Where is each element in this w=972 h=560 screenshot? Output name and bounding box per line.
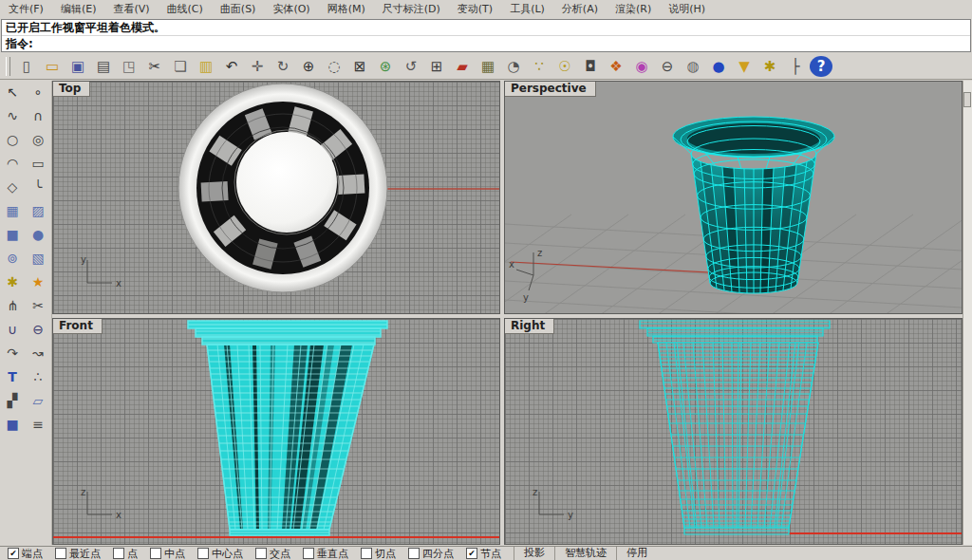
plane-edit-icon[interactable]: ▱ — [26, 389, 50, 413]
paste-icon[interactable]: ▥ — [195, 56, 217, 77]
freeform-surface-icon[interactable]: ▧ — [26, 247, 50, 271]
fillet-corner-icon[interactable]: ╰ — [26, 176, 50, 199]
render-icon[interactable]: ● — [707, 56, 730, 77]
menu-curve[interactable]: 曲线(C) — [159, 2, 212, 16]
explode-icon[interactable]: ★ — [26, 271, 50, 294]
print-icon[interactable]: ▤ — [92, 56, 115, 77]
osnap-intersection-checkbox[interactable] — [255, 548, 267, 559]
single-point-icon[interactable]: ∘ — [26, 81, 50, 104]
menu-solid[interactable]: 实体(O) — [264, 2, 318, 16]
hatch-icon[interactable]: ≡ — [26, 413, 50, 437]
torus-icon[interactable]: ⊚ — [0, 247, 25, 271]
menu-surface[interactable]: 曲面(S) — [212, 2, 265, 16]
gears-icon[interactable]: ✱ — [758, 56, 781, 77]
solid-box-icon[interactable]: ■ — [0, 413, 25, 437]
osnap-end-checkbox[interactable]: ✔ — [8, 548, 19, 559]
sphere-icon[interactable]: ● — [26, 223, 50, 247]
osnap-quadrant-checkbox[interactable] — [408, 548, 420, 559]
cplane-icon[interactable]: ◔ — [502, 56, 525, 77]
zoom-selected-icon[interactable]: ⊛ — [374, 56, 397, 77]
boolean-difference-icon[interactable]: ⊖ — [26, 318, 50, 342]
menu-transform[interactable]: 变动(T) — [449, 2, 501, 16]
zoom-in-icon[interactable]: ⊕ — [297, 56, 320, 77]
mode-project[interactable]: 投影 — [514, 547, 554, 560]
split-icon[interactable]: ⋔ — [0, 294, 25, 318]
zoom-window-icon[interactable]: ◌ — [323, 56, 346, 77]
mode-smarttrack[interactable]: 智慧轨迹 — [554, 547, 616, 560]
menu-help[interactable]: 说明(H) — [660, 2, 714, 16]
menu-tools[interactable]: 工具(L) — [501, 2, 553, 16]
cone-icon[interactable]: ▼ — [733, 56, 756, 77]
osnap-near-checkbox[interactable] — [55, 548, 66, 559]
undo-view-icon[interactable]: ↺ — [400, 56, 422, 77]
menu-edit[interactable]: 编辑(E) — [52, 2, 105, 16]
text-tool-icon[interactable]: T — [0, 365, 25, 389]
copy-icon[interactable]: ❏ — [169, 56, 192, 77]
osnap-tangent[interactable]: 切点 — [361, 547, 396, 560]
osnap-knot[interactable]: ✔节点 — [466, 547, 501, 560]
osnap-end[interactable]: ✔端点 — [8, 547, 43, 560]
cup-wireframe-perspective[interactable] — [673, 117, 834, 293]
osnap-near[interactable]: 最近点 — [55, 547, 101, 560]
rectangle-icon[interactable]: ▭ — [26, 152, 50, 176]
cup-front-view[interactable] — [181, 321, 395, 535]
menu-render[interactable]: 渲染(R) — [607, 2, 660, 16]
mode-disable[interactable]: 停用 — [616, 547, 657, 560]
trim-icon[interactable]: ✂ — [26, 294, 50, 318]
viewport-top-label[interactable]: Top — [53, 82, 90, 97]
right-scrollbar-button[interactable] — [963, 92, 971, 107]
viewport-perspective-label[interactable]: Perspective — [505, 82, 596, 97]
osnap-point-checkbox[interactable] — [113, 548, 124, 559]
command-prompt[interactable]: 指令: — [2, 36, 970, 51]
menu-view[interactable]: 查看(V) — [104, 2, 158, 16]
rotate-view-icon[interactable]: ↻ — [271, 56, 294, 77]
osnap-perpendicular[interactable]: 垂直点 — [303, 547, 348, 560]
cup-wireframe-right-view[interactable] — [633, 321, 837, 534]
osnap-center[interactable]: 中心点 — [197, 547, 243, 560]
polygon-icon[interactable]: ◇ — [0, 176, 25, 199]
open-file-icon[interactable]: ▭ — [41, 56, 64, 77]
save-icon[interactable]: ▣ — [66, 56, 89, 77]
control-point-curve-icon[interactable]: ∿ — [0, 104, 25, 128]
menu-analyze[interactable]: 分析(A) — [553, 2, 607, 16]
osnap-mid[interactable]: 中点 — [150, 547, 185, 560]
handle-curve-icon[interactable]: ∩ — [26, 104, 50, 128]
tools-gears-icon[interactable]: ✱ — [0, 271, 25, 294]
osnap-point[interactable]: 点 — [113, 547, 138, 560]
circle-icon[interactable]: ○ — [0, 128, 25, 152]
car-icon[interactable]: ▰ — [451, 56, 474, 77]
lock-icon[interactable]: ◘ — [579, 56, 602, 77]
ghosted-sphere-icon[interactable]: ◍ — [682, 56, 704, 77]
viewport-front[interactable]: Front — [52, 318, 500, 545]
osnap-knot-checkbox[interactable]: ✔ — [466, 548, 477, 559]
menu-file[interactable]: 文件(F) — [0, 2, 52, 16]
osnap-perpendicular-checkbox[interactable] — [303, 548, 314, 559]
viewport-front-label[interactable]: Front — [53, 319, 103, 334]
zoom-extents-icon[interactable]: ⊠ — [348, 56, 371, 77]
cup-top-view[interactable] — [178, 84, 387, 292]
mesh-icon[interactable]: ▦ — [477, 56, 499, 77]
export-icon[interactable]: ◳ — [118, 56, 140, 77]
curved-surface-icon[interactable]: ▨ — [26, 199, 50, 223]
osnap-intersection[interactable]: 交点 — [255, 547, 290, 560]
point-display-icon[interactable]: ∵ — [528, 56, 551, 77]
pan-icon[interactable]: ✛ — [246, 56, 269, 77]
color-wheel-icon[interactable]: ◉ — [630, 56, 653, 77]
box-icon[interactable]: ■ — [0, 223, 25, 247]
blocks-icon[interactable]: ▞ — [0, 389, 25, 413]
osnap-center-checkbox[interactable] — [197, 548, 209, 559]
boolean-union-icon[interactable]: ∪ — [0, 318, 25, 342]
menu-dimension[interactable]: 尺寸标注(D) — [374, 2, 449, 16]
viewport-perspective[interactable]: Perspective — [504, 81, 963, 314]
lamp-icon[interactable]: ☉ — [553, 56, 576, 77]
adjustable-fillet-icon[interactable]: ↝ — [26, 342, 50, 365]
surface-from-points-icon[interactable]: ▦ — [0, 199, 25, 223]
viewport-right-label[interactable]: Right — [505, 319, 554, 334]
viewport-layout-icon[interactable]: ⊞ — [425, 56, 448, 77]
hierarchy-icon[interactable]: ├ — [784, 56, 807, 77]
viewport-right[interactable]: Right — [504, 318, 963, 545]
blend-curve-icon[interactable]: ↷ — [0, 342, 25, 365]
right-scrollbar[interactable] — [963, 81, 972, 545]
ellipse-icon[interactable]: ◎ — [26, 128, 50, 152]
wireframe-sphere-icon[interactable]: ⊖ — [656, 56, 679, 77]
